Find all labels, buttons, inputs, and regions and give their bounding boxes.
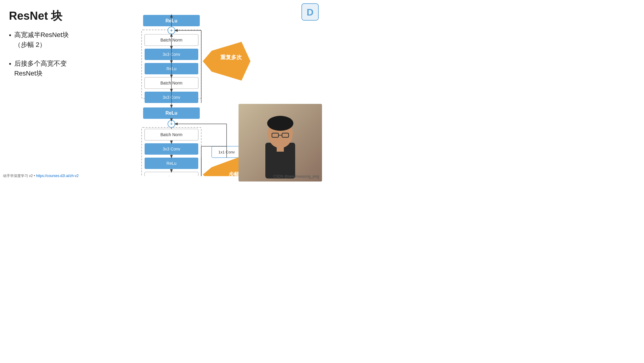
svg-point-45 [267,116,293,131]
batchnorm-bot2-label: Batch Norm [160,175,182,176]
svg-marker-18 [212,42,250,81]
page-title: ResNet 块 [9,8,63,24]
repeat-label: 重复多次 [220,54,242,60]
svg-text:+: + [170,121,173,126]
presenter-video [239,104,322,182]
relu-bot-label: ReLu [166,161,176,166]
bullet-text-2: 后接多个高宽不变ResNet块 [14,59,67,78]
list-item: • 后接多个高宽不变ResNet块 [9,59,69,78]
logo: D [301,3,319,21]
svg-rect-49 [277,146,284,152]
conv-bot1-label: 3x3 Conv [162,147,180,151]
bullet-text-1: 高宽减半ResNet块（步幅 2） [14,30,69,50]
stride-label: 步幅 [229,171,239,176]
svg-text:D: D [306,7,313,18]
batchnorm-bot1-label: Batch Norm [160,132,182,137]
bullet-dot: • [9,30,11,40]
bullet-dot: • [9,59,11,69]
svg-marker-42 [203,167,212,176]
footer-left: 动手学深度学习 v2 • https://courses.d2l.ai/zh-v… [3,173,79,179]
footer-link[interactable]: https://courses.d2l.ai/zh-v2 [36,174,79,178]
footer-text: 动手学深度学习 v2 • [3,174,36,178]
footer-credit: CSDN @sendmeasong_ying [273,174,319,179]
bullet-list: • 高宽减半ResNet块（步幅 2） • 后接多个高宽不变ResNet块 [9,30,69,87]
svg-text:+: + [170,28,173,33]
relu-mid2-label: ReLu [165,110,177,116]
list-item: • 高宽减半ResNet块（步幅 2） [9,30,69,50]
footer-right: CSDN @sendmeasong_ying [273,174,319,179]
svg-marker-19 [203,51,212,72]
